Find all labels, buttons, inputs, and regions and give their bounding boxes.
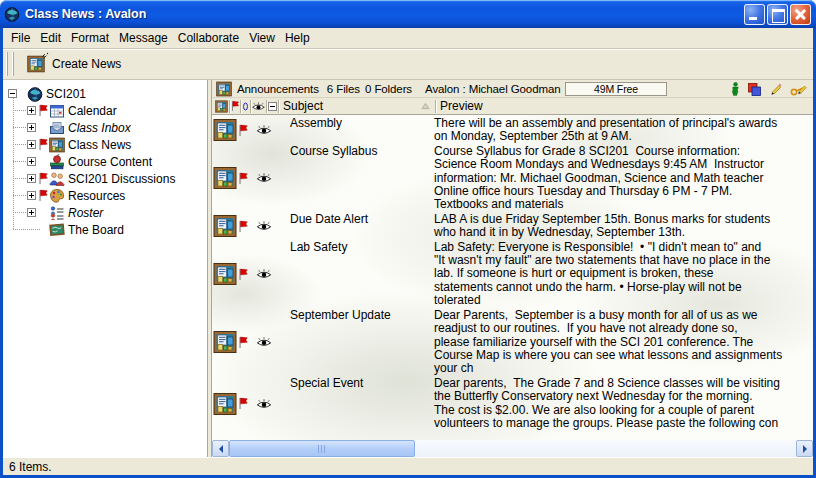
expand-icon[interactable]	[27, 208, 36, 217]
tree-item-calendar[interactable]: Calendar	[3, 102, 207, 119]
read-eye-icon	[256, 269, 272, 279]
expand-icon[interactable]	[27, 106, 36, 115]
tree-item-the-board[interactable]: The Board	[3, 221, 207, 238]
horizontal-scrollbar[interactable]	[212, 440, 813, 457]
message-subject[interactable]: Due Date Alert	[290, 213, 434, 226]
column-header: Subject Preview	[212, 98, 813, 115]
message-preview[interactable]: There will be an assembly and presentati…	[434, 117, 813, 144]
message-preview[interactable]: Dear parents, The Grade 7 and 8 Science …	[434, 377, 813, 431]
expand-icon[interactable]	[27, 140, 36, 149]
read-eye-icon	[256, 125, 272, 135]
expand-icon[interactable]	[27, 174, 36, 183]
flag-icon	[38, 172, 48, 185]
app-window: Class News : Avalon FileEditFormatMessag…	[0, 0, 816, 478]
message-row[interactable]: Course Syllabus Course Syllabus for Grad…	[212, 144, 813, 212]
minimize-button[interactable]	[744, 4, 765, 25]
message-subject[interactable]: Lab Safety	[290, 241, 434, 254]
tree-item-label: Class News	[68, 138, 131, 152]
expand-icon[interactable]	[27, 157, 36, 166]
tree-item-label: Resources	[68, 189, 125, 203]
tree-item-label: Calendar	[68, 104, 117, 118]
maximize-button[interactable]	[767, 4, 788, 25]
panel-title: Announcements	[237, 83, 319, 95]
message-subject[interactable]: September Update	[290, 309, 434, 322]
key-pencil-icon[interactable]	[790, 82, 808, 96]
message-row[interactable]: Due Date Alert LAB A is due Friday Septe…	[212, 212, 813, 240]
tree-item-label: Course Content	[68, 155, 152, 169]
pencil-icon[interactable]	[769, 82, 783, 96]
close-button[interactable]	[790, 4, 811, 25]
collapse-icon[interactable]	[8, 89, 17, 98]
read-column-icon[interactable]	[252, 102, 265, 111]
user-icon[interactable]	[731, 82, 740, 96]
message-row[interactable]: Special Event Dear parents, The Grade 7 …	[212, 376, 813, 431]
message-subject[interactable]: Assembly	[290, 117, 434, 130]
menu-message[interactable]: Message	[114, 28, 173, 48]
expand-icon[interactable]	[27, 123, 36, 132]
tree-item-roster[interactable]: Roster	[3, 204, 207, 221]
scrollbar-thumb[interactable]	[229, 440, 415, 457]
tree-item-course-content[interactable]: Course Content	[3, 153, 207, 170]
tree-item-sci201-discussions[interactable]: SCI201 Discussions	[3, 170, 207, 187]
message-row[interactable]: Assembly There will be an assembly and p…	[212, 116, 813, 144]
scroll-right-button[interactable]	[796, 440, 813, 457]
message-row[interactable]: September Update Dear Parents, September…	[212, 308, 813, 376]
news-column-icon[interactable]	[214, 100, 228, 113]
status-text: 6 Items.	[9, 460, 52, 474]
flag-icon	[38, 189, 48, 202]
title-bar[interactable]: Class News : Avalon	[0, 0, 816, 28]
subject-column-header[interactable]: Subject	[280, 99, 434, 113]
menu-format[interactable]: Format	[66, 28, 114, 48]
tree-item-resources[interactable]: Resources	[3, 187, 207, 204]
message-preview[interactable]: Course Syllabus for Grade 8 SCI201 Cours…	[434, 145, 813, 212]
tree-item-class-inbox[interactable]: Class Inbox	[3, 119, 207, 136]
scroll-left-button[interactable]	[212, 440, 229, 457]
folders-count: 0 Folders	[365, 83, 412, 95]
copy-pages-icon[interactable]	[747, 82, 762, 97]
read-eye-icon	[256, 399, 272, 409]
flag-icon	[238, 336, 248, 349]
read-eye-icon	[256, 173, 272, 183]
tree-item-label: Roster	[68, 206, 103, 220]
expand-icon[interactable]	[27, 191, 36, 200]
message-row[interactable]: Lab Safety Lab Safety: Everyone is Respo…	[212, 240, 813, 308]
tree-children: Calendar Class Inbox Class News Course C…	[3, 102, 207, 238]
messages-panel: Announcements 6 Files 0 Folders Avalon :…	[212, 80, 813, 457]
flag-icon	[238, 268, 248, 281]
toolbar-grip[interactable]	[6, 52, 9, 76]
flag-icon	[238, 124, 248, 137]
preview-column-header[interactable]: Preview	[437, 99, 483, 113]
flag-column-icon[interactable]	[231, 100, 239, 112]
news-item-icon	[213, 118, 237, 142]
flag-icon	[38, 138, 48, 151]
tree-item-root[interactable]: SCI201	[3, 85, 207, 102]
message-subject[interactable]: Special Event	[290, 377, 434, 390]
attachment-column-icon[interactable]	[242, 101, 249, 112]
menu-file[interactable]: File	[6, 28, 35, 48]
read-eye-icon	[256, 221, 272, 231]
menu-edit[interactable]: Edit	[35, 28, 66, 48]
tree-item-icon	[49, 188, 65, 204]
app-icon	[4, 6, 20, 22]
collapse-all-icon[interactable]	[268, 102, 277, 111]
scrollbar-track[interactable]	[415, 440, 796, 457]
files-count: 6 Files	[327, 83, 360, 95]
menu-collaborate[interactable]: Collaborate	[173, 28, 244, 48]
toolbar-grip[interactable]	[12, 52, 15, 76]
message-preview[interactable]: LAB A is due Friday September 15th. Bonu…	[434, 213, 813, 240]
tree-item-icon	[49, 171, 65, 187]
tree-item-icon	[49, 120, 65, 136]
navigation-tree-panel: SCI201 Calendar Class Inbox Class News C…	[3, 80, 208, 457]
tree-item-class-news[interactable]: Class News	[3, 136, 207, 153]
tree-item-label: Class Inbox	[68, 121, 131, 135]
menu-help[interactable]: Help	[280, 28, 315, 48]
menu-view[interactable]: View	[244, 28, 280, 48]
news-item-icon	[213, 392, 237, 416]
create-news-button[interactable]: Create News	[24, 55, 121, 73]
subject-column-label: Subject	[283, 99, 323, 113]
tree-item-icon	[49, 154, 65, 170]
message-preview[interactable]: Dear Parents, September is a busy month …	[434, 309, 813, 376]
message-subject[interactable]: Course Syllabus	[290, 145, 434, 158]
message-preview[interactable]: Lab Safety: Everyone is Responsible! • "…	[434, 241, 813, 308]
toolbar: Create News	[3, 48, 813, 80]
